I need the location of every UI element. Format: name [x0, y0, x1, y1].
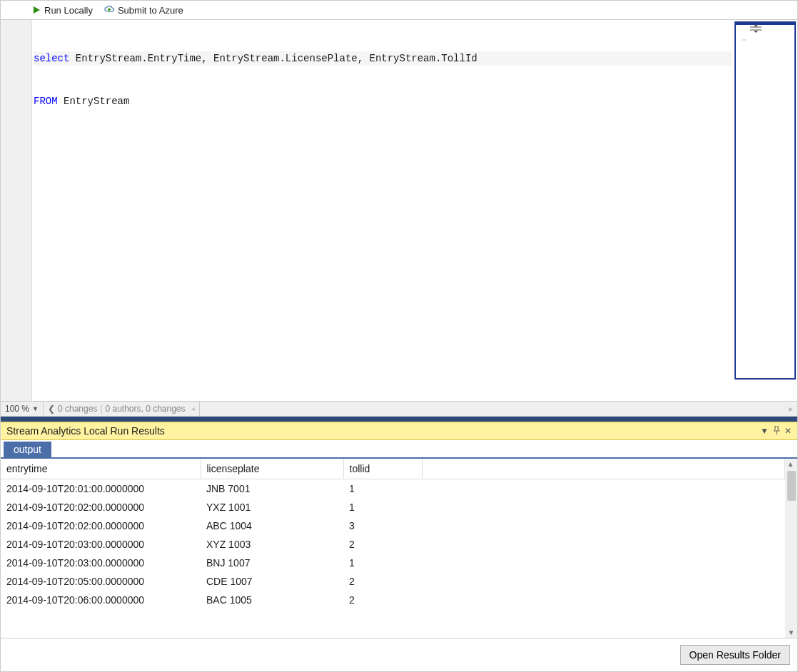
dropdown-icon[interactable]: ▼ [760, 426, 769, 436]
cloud-upload-icon [104, 6, 114, 14]
zoom-selector[interactable]: 100 % ▼ [1, 402, 44, 416]
play-icon [32, 6, 41, 14]
panel-divider[interactable] [1, 417, 797, 422]
cell-entrytime: 2014-09-10T20:02:00.0000000 [1, 516, 201, 535]
code-pane[interactable]: select EntryStream.EntryTime, EntryStrea… [32, 20, 733, 401]
cell-tollid: 1 [343, 498, 422, 516]
cell-tollid: 2 [343, 572, 422, 591]
forward-arrow-icon[interactable]: ▸ [784, 402, 797, 416]
cell-licenseplate: BNJ 1007 [201, 554, 343, 572]
pin-icon[interactable] [773, 426, 780, 436]
cell-tollid: 1 [343, 479, 422, 499]
changes-text: 0 changes [58, 404, 97, 414]
table-row[interactable]: 2014-09-10T20:01:00.0000000JNB 70011 [1, 479, 785, 499]
table-row[interactable]: 2014-09-10T20:03:00.0000000XYZ 10032 [1, 535, 785, 554]
keyword-select: select [34, 53, 69, 64]
cell-entrytime: 2014-09-10T20:03:00.0000000 [1, 535, 201, 554]
cell-entrytime: 2014-09-10T20:02:00.0000000 [1, 498, 201, 516]
cell-tollid: 2 [343, 591, 422, 609]
cell-tollid: 2 [343, 535, 422, 554]
minimap[interactable]: ┈┈ [734, 21, 796, 380]
zoom-value: 100 % [5, 404, 29, 414]
table-row[interactable]: 2014-09-10T20:06:00.0000000BAC 10052 [1, 591, 785, 609]
header-tollid[interactable]: tollid [343, 459, 422, 479]
header-entrytime[interactable]: entrytime [1, 459, 201, 479]
cell-entrytime: 2014-09-10T20:01:00.0000000 [1, 479, 201, 499]
run-locally-button[interactable]: Run Locally [29, 4, 96, 17]
cell-licenseplate: CDE 1007 [201, 572, 343, 591]
results-panel-title: Stream Analytics Local Run Results [6, 425, 760, 437]
code-from-rest: EntryStream [58, 96, 130, 107]
changes-indicator[interactable]: ❮ 0 changes | 0 authors, 0 changes ◂ [44, 402, 200, 416]
scroll-down-icon[interactable]: ▼ [788, 627, 795, 638]
table-row[interactable]: 2014-09-10T20:05:00.0000000CDE 10072 [1, 572, 785, 591]
cell-entrytime: 2014-09-10T20:05:00.0000000 [1, 572, 201, 591]
results-tabs: output [1, 440, 797, 459]
vertical-scrollbar[interactable]: ▲ ▼ [785, 459, 797, 638]
svg-marker-3 [754, 24, 758, 26]
keyword-from: FROM [34, 96, 58, 107]
svg-marker-0 [34, 6, 40, 14]
table-row[interactable]: 2014-09-10T20:03:00.0000000BNJ 10071 [1, 554, 785, 572]
code-editor[interactable]: select EntryStream.EntryTime, EntryStrea… [1, 20, 797, 401]
submit-azure-label: Submit to Azure [118, 5, 183, 16]
cell-tollid: 1 [343, 554, 422, 572]
submit-azure-button[interactable]: Submit to Azure [101, 4, 186, 17]
table-row[interactable]: 2014-09-10T20:02:00.0000000YXZ 10011 [1, 498, 785, 516]
code-select-rest: EntryStream.EntryTime, EntryStream.Licen… [69, 53, 477, 64]
cell-licenseplate: ABC 1004 [201, 516, 343, 535]
header-licenseplate[interactable]: licenseplate [201, 459, 343, 479]
header-empty [422, 459, 785, 479]
cell-licenseplate: JNB 7001 [201, 479, 343, 499]
open-results-folder-button[interactable]: Open Results Folder [680, 645, 790, 665]
results-table-wrap: entrytime licenseplate tollid 2014-09-10… [1, 459, 797, 638]
back-arrow-icon: ❮ [48, 404, 55, 414]
cell-licenseplate: BAC 1005 [201, 591, 343, 609]
svg-marker-4 [754, 31, 758, 33]
cell-tollid: 3 [343, 516, 422, 535]
run-locally-label: Run Locally [44, 5, 93, 16]
editor-status-bar: 100 % ▼ ❮ 0 changes | 0 authors, 0 chang… [1, 401, 797, 417]
tab-output[interactable]: output [4, 442, 51, 457]
cell-licenseplate: XYZ 1003 [201, 535, 343, 554]
scroll-thumb[interactable] [787, 471, 796, 501]
chevron-left-icon: ◂ [191, 405, 195, 412]
splitter-handle-icon[interactable] [749, 24, 784, 33]
editor-toolbar: Run Locally Submit to Azure [1, 1, 797, 20]
cell-licenseplate: YXZ 1001 [201, 498, 343, 516]
editor-gutter [1, 20, 32, 401]
results-panel-title-bar: Stream Analytics Local Run Results ▼ ✕ [1, 422, 797, 440]
cell-entrytime: 2014-09-10T20:06:00.0000000 [1, 591, 201, 609]
chevron-down-icon: ▼ [32, 405, 39, 412]
cell-entrytime: 2014-09-10T20:03:00.0000000 [1, 554, 201, 572]
results-footer: Open Results Folder [1, 638, 797, 671]
authors-text: 0 authors, 0 changes [105, 404, 185, 414]
results-header-row: entrytime licenseplate tollid [1, 459, 785, 479]
scroll-up-icon[interactable]: ▲ [787, 459, 796, 469]
table-row[interactable]: 2014-09-10T20:02:00.0000000ABC 10043 [1, 516, 785, 535]
close-icon[interactable]: ✕ [784, 426, 792, 436]
results-table: entrytime licenseplate tollid 2014-09-10… [1, 459, 785, 609]
